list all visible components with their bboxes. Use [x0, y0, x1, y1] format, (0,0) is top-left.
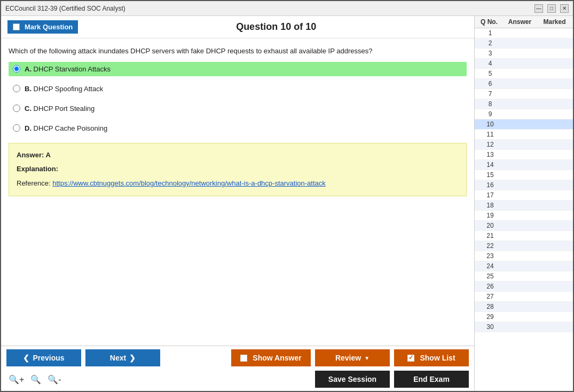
sidebar-row-4[interactable]: 4 [475, 59, 573, 69]
sidebar-row-marked [537, 191, 571, 199]
question-title: Question 10 of 10 [84, 21, 468, 33]
sidebar-row-num: 8 [477, 100, 504, 108]
radio-a[interactable] [13, 65, 20, 73]
sidebar-row-26[interactable]: 26 [475, 282, 573, 292]
sidebar-row-24[interactable]: 24 [475, 261, 573, 271]
option-a[interactable]: A. DHCP Starvation Attacks [9, 62, 467, 76]
sidebar-row-marked [537, 29, 571, 37]
sidebar-row-marked [537, 110, 571, 118]
save-session-button[interactable]: Save Session [315, 371, 390, 388]
sidebar-row-num: 7 [477, 90, 504, 98]
sidebar-row-7[interactable]: 7 [475, 89, 573, 99]
reference-link[interactable]: https://www.cbtnuggets.com/blog/technolo… [52, 179, 326, 187]
previous-button[interactable]: ❮ Previous [6, 349, 81, 366]
sidebar-row-marked [537, 50, 571, 57]
sidebar-row-29[interactable]: 29 [475, 312, 573, 322]
sidebar-row-num: 1 [477, 29, 504, 37]
mark-question-button[interactable]: Mark Question [7, 20, 78, 34]
sidebar-row-11[interactable]: 11 [475, 130, 573, 140]
radio-b[interactable] [13, 85, 20, 92]
sidebar-row-10[interactable]: 10 [475, 119, 573, 130]
sidebar-row-answer [504, 191, 537, 199]
show-list-checkbox-icon: ✓ [407, 355, 414, 362]
right-chevron-icon: ❯ [129, 354, 136, 362]
end-exam-button[interactable]: End Exam [394, 371, 469, 388]
bottom-row1: ❮ Previous Next ❯ Show Answer Review ▼ [6, 349, 469, 366]
sidebar-row-marked [537, 161, 571, 169]
sidebar-row-num: 22 [477, 242, 504, 250]
title-bar: ECCouncil 312-39 (Certified SOC Analyst)… [1, 1, 573, 16]
option-d[interactable]: D. DHCP Cache Poisoning [9, 121, 467, 135]
next-button[interactable]: Next ❯ [85, 349, 160, 366]
sidebar-row-num: 3 [477, 50, 504, 57]
sidebar-row-17[interactable]: 17 [475, 190, 573, 201]
sidebar-row-answer [504, 121, 537, 128]
option-b[interactable]: B. DHCP Spoofing Attack [9, 82, 467, 96]
sidebar-row-num: 16 [477, 181, 504, 189]
sidebar-row-3[interactable]: 3 [475, 49, 573, 59]
sidebar-col-answer: Answer [502, 18, 537, 26]
sidebar-row-answer [504, 29, 537, 37]
close-button[interactable]: ✕ [560, 4, 569, 13]
sidebar-row-num: 13 [477, 151, 504, 158]
sidebar-row-2[interactable]: 2 [475, 38, 573, 49]
sidebar-row-answer [504, 303, 537, 310]
show-answer-label: Show Answer [253, 354, 301, 362]
sidebar-row-18[interactable]: 18 [475, 201, 573, 211]
sidebar-row-28[interactable]: 28 [475, 302, 573, 312]
sidebar-row-5[interactable]: 5 [475, 69, 573, 79]
sidebar-row-23[interactable]: 23 [475, 251, 573, 261]
zoom-in-button[interactable]: 🔍+ [6, 373, 26, 386]
sidebar-row-marked [537, 151, 571, 158]
show-answer-button[interactable]: Show Answer [231, 349, 311, 366]
show-list-button[interactable]: ✓ Show List [394, 349, 469, 366]
sidebar-row-1[interactable]: 1 [475, 28, 573, 38]
zoom-out-button[interactable]: 🔍- [45, 373, 63, 386]
sidebar-row-num: 17 [477, 191, 504, 199]
sidebar-row-21[interactable]: 21 [475, 231, 573, 241]
review-button[interactable]: Review ▼ [315, 349, 390, 366]
sidebar-row-25[interactable]: 25 [475, 271, 573, 282]
sidebar-row-16[interactable]: 16 [475, 180, 573, 190]
maximize-button[interactable]: □ [547, 4, 556, 13]
sidebar-row-answer [504, 110, 537, 118]
checkbox-icon [13, 23, 20, 30]
option-c[interactable]: C. DHCP Port Stealing [9, 101, 467, 116]
sidebar-row-30[interactable]: 30 [475, 322, 573, 332]
radio-c[interactable] [13, 105, 20, 112]
minimize-button[interactable]: — [534, 4, 543, 13]
sidebar-row-22[interactable]: 22 [475, 241, 573, 251]
sidebar-row-marked [537, 131, 571, 138]
sidebar-row-12[interactable]: 12 [475, 140, 573, 150]
sidebar-row-20[interactable]: 20 [475, 221, 573, 231]
sidebar-row-13[interactable]: 13 [475, 150, 573, 160]
sidebar-row-marked [537, 262, 571, 270]
sidebar-row-num: 20 [477, 222, 504, 229]
sidebar-row-answer [504, 202, 537, 209]
zoom-reset-button[interactable]: 🔍 [28, 373, 43, 386]
sidebar-row-num: 30 [477, 323, 504, 331]
end-exam-label: End Exam [413, 375, 450, 383]
bottom-bar: ❮ Previous Next ❯ Show Answer Review ▼ [1, 346, 474, 391]
reference-text: Reference: [17, 179, 52, 187]
sidebar-row-answer [504, 232, 537, 239]
sidebar-row-14[interactable]: 14 [475, 160, 573, 170]
top-toolbar: Mark Question Question 10 of 10 [1, 16, 474, 38]
sidebar-row-num: 15 [477, 171, 504, 179]
sidebar-row-15[interactable]: 15 [475, 170, 573, 180]
sidebar-row-answer [504, 161, 537, 169]
sidebar-row-answer [504, 171, 537, 179]
sidebar-row-num: 5 [477, 70, 504, 77]
sidebar-row-answer [504, 273, 537, 280]
sidebar-row-marked [537, 323, 571, 331]
sidebar-row-6[interactable]: 6 [475, 79, 573, 89]
radio-d[interactable] [13, 124, 20, 132]
sidebar-row-27[interactable]: 27 [475, 292, 573, 302]
sidebar-row-19[interactable]: 19 [475, 211, 573, 221]
sidebar-row-8[interactable]: 8 [475, 99, 573, 109]
sidebar-row-9[interactable]: 9 [475, 109, 573, 119]
sidebar-row-marked [537, 181, 571, 189]
sidebar-header: Q No. Answer Marked [475, 16, 573, 28]
sidebar-row-num: 24 [477, 262, 504, 270]
main-area: Mark Question Question 10 of 10 Which of… [1, 16, 573, 391]
